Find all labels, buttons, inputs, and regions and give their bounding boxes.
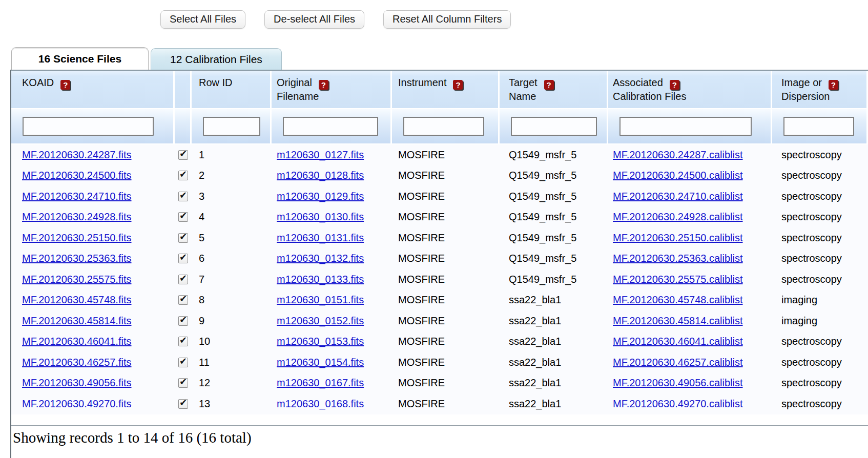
row-checkbox[interactable] bbox=[178, 150, 188, 160]
koaid-link[interactable]: MF.20120630.24928.fits bbox=[22, 211, 132, 223]
koaid-link[interactable]: MF.20120630.46041.fits bbox=[22, 336, 132, 347]
koaid-link[interactable]: MF.20120630.24500.fits bbox=[22, 170, 132, 181]
deselect-all-files-button[interactable]: De-select All Files bbox=[264, 10, 364, 29]
original-filename-link[interactable]: m120630_0128.fits bbox=[277, 170, 364, 181]
row-id-cell: 12 bbox=[192, 373, 272, 394]
select-all-files-button[interactable]: Select All Files bbox=[160, 10, 245, 29]
image-or-dispersion-cell: spectroscopy bbox=[772, 186, 868, 207]
original-filename-link[interactable]: m120630_0127.fits bbox=[277, 149, 364, 161]
koaid-cell: MF.20120630.45748.fits bbox=[11, 290, 175, 311]
koaid-link[interactable]: MF.20120630.24287.fits bbox=[22, 149, 132, 161]
caliblist-link[interactable]: MF.20120630.24500.caliblist bbox=[613, 170, 743, 181]
koaid-link[interactable]: MF.20120630.25575.fits bbox=[22, 274, 132, 285]
select-cell bbox=[175, 269, 192, 290]
caliblist-link[interactable]: MF.20120630.45748.caliblist bbox=[613, 294, 743, 306]
caliblist-link[interactable]: MF.20120630.24287.caliblist bbox=[613, 149, 743, 161]
original-filename-link[interactable]: m120630_0153.fits bbox=[277, 336, 364, 347]
target-name-cell: Q1549_msfr_5 bbox=[500, 186, 608, 207]
row-checkbox[interactable] bbox=[178, 337, 188, 346]
original-filename-link[interactable]: m120630_0130.fits bbox=[277, 211, 364, 223]
koaid-link[interactable]: MF.20120630.45814.fits bbox=[22, 315, 132, 327]
row-checkbox[interactable] bbox=[178, 295, 188, 305]
help-icon[interactable]: ? bbox=[60, 80, 70, 90]
row-checkbox[interactable] bbox=[178, 212, 188, 222]
row-id-filter-input[interactable] bbox=[203, 117, 260, 136]
caliblist-link[interactable]: MF.20120630.46041.caliblist bbox=[613, 336, 743, 347]
help-icon[interactable]: ? bbox=[670, 80, 679, 90]
table-header-row: KOAID?Row IDOriginal?FilenameInstrument?… bbox=[11, 71, 868, 109]
koaid-link[interactable]: MF.20120630.25363.fits bbox=[22, 253, 132, 264]
row-checkbox[interactable] bbox=[178, 358, 188, 367]
tab-science-files[interactable]: 16 Science Files bbox=[11, 47, 149, 70]
koaid-filter-input[interactable] bbox=[23, 117, 154, 136]
reset-column-filters-button[interactable]: Reset All Column Filters bbox=[383, 10, 511, 29]
help-icon[interactable]: ? bbox=[319, 80, 328, 90]
original-filename-link[interactable]: m120630_0131.fits bbox=[277, 232, 364, 244]
caliblist-link[interactable]: MF.20120630.25575.caliblist bbox=[613, 274, 743, 285]
caliblist-cell: MF.20120630.25363.caliblist bbox=[608, 248, 772, 269]
image-or-dispersion-cell: spectroscopy bbox=[772, 227, 868, 248]
image-dispersion-filter-input[interactable] bbox=[783, 117, 854, 136]
filter-cell-caliblist bbox=[608, 109, 772, 144]
file-tabs: 16 Science Files12 Calibration Files bbox=[0, 46, 868, 70]
target-name-filter-input[interactable] bbox=[511, 117, 597, 136]
row-id-cell: 4 bbox=[192, 207, 272, 228]
caliblist-link[interactable]: MF.20120630.45814.caliblist bbox=[613, 315, 743, 327]
table-row: MF.20120630.24500.fits2m120630_0128.fits… bbox=[11, 165, 868, 186]
help-icon[interactable]: ? bbox=[829, 80, 838, 90]
row-checkbox[interactable] bbox=[178, 171, 188, 180]
original-filename-link[interactable]: m120630_0129.fits bbox=[277, 191, 364, 202]
row-checkbox[interactable] bbox=[178, 233, 188, 243]
original-filename-link[interactable]: m120630_0152.fits bbox=[277, 315, 364, 327]
help-icon[interactable]: ? bbox=[544, 80, 554, 90]
target-name-cell: Q1549_msfr_5 bbox=[500, 144, 608, 165]
filter-cell-koaid bbox=[11, 109, 175, 144]
original-filename-link[interactable]: m120630_0168.fits bbox=[277, 398, 364, 410]
caliblist-link[interactable]: MF.20120630.49270.caliblist bbox=[613, 398, 743, 410]
koaid-link[interactable]: MF.20120630.49270.fits bbox=[22, 398, 132, 410]
row-checkbox[interactable] bbox=[178, 192, 188, 201]
row-id-cell: 1 bbox=[192, 144, 272, 165]
koaid-cell: MF.20120630.49056.fits bbox=[11, 373, 175, 394]
row-checkbox[interactable] bbox=[178, 316, 188, 326]
caliblist-link[interactable]: MF.20120630.46257.caliblist bbox=[613, 357, 743, 368]
koaid-cell: MF.20120630.24287.fits bbox=[11, 144, 175, 165]
row-checkbox[interactable] bbox=[178, 378, 188, 388]
original-filename-cell: m120630_0154.fits bbox=[272, 352, 392, 373]
original-filename-link[interactable]: m120630_0154.fits bbox=[277, 357, 364, 368]
help-icon[interactable]: ? bbox=[453, 80, 463, 90]
science-files-table: KOAID?Row IDOriginal?FilenameInstrument?… bbox=[10, 70, 868, 458]
original-filename-cell: m120630_0130.fits bbox=[272, 207, 392, 228]
instrument-filter-input[interactable] bbox=[403, 117, 484, 136]
instrument-cell: MOSFIRE bbox=[392, 373, 500, 394]
original-filename-filter-input[interactable] bbox=[283, 117, 378, 136]
caliblist-cell: MF.20120630.24710.caliblist bbox=[608, 186, 772, 207]
koaid-link[interactable]: MF.20120630.24710.fits bbox=[22, 191, 132, 202]
tab-calibration-files[interactable]: 12 Calibration Files bbox=[151, 48, 282, 70]
caliblist-link[interactable]: MF.20120630.49056.caliblist bbox=[613, 377, 743, 389]
caliblist-link[interactable]: MF.20120630.25363.caliblist bbox=[613, 253, 743, 264]
target-name-cell: Q1549_msfr_5 bbox=[500, 227, 608, 248]
caliblist-link[interactable]: MF.20120630.24928.caliblist bbox=[613, 211, 743, 223]
original-filename-link[interactable]: m120630_0132.fits bbox=[277, 253, 364, 264]
row-checkbox[interactable] bbox=[178, 399, 188, 409]
koaid-link[interactable]: MF.20120630.25150.fits bbox=[22, 232, 132, 244]
koaid-link[interactable]: MF.20120630.45748.fits bbox=[22, 294, 132, 306]
column-header-select bbox=[175, 71, 192, 109]
original-filename-link[interactable]: m120630_0133.fits bbox=[277, 274, 364, 285]
target-name-cell: Q1549_msfr_5 bbox=[500, 207, 608, 228]
row-checkbox[interactable] bbox=[178, 275, 188, 284]
original-filename-link[interactable]: m120630_0151.fits bbox=[277, 294, 364, 306]
instrument-cell: MOSFIRE bbox=[392, 248, 500, 269]
table-row: MF.20120630.25363.fits6m120630_0132.fits… bbox=[11, 248, 868, 269]
koaid-link[interactable]: MF.20120630.46257.fits bbox=[22, 357, 132, 368]
koaid-link[interactable]: MF.20120630.49056.fits bbox=[22, 377, 132, 389]
row-id-cell: 10 bbox=[192, 331, 272, 352]
caliblist-link[interactable]: MF.20120630.25150.caliblist bbox=[613, 232, 743, 244]
row-checkbox[interactable] bbox=[178, 254, 188, 263]
caliblist-link[interactable]: MF.20120630.24710.caliblist bbox=[613, 191, 743, 202]
original-filename-link[interactable]: m120630_0167.fits bbox=[277, 377, 364, 389]
table-row: MF.20120630.24928.fits4m120630_0130.fits… bbox=[11, 207, 868, 228]
table-body: MF.20120630.24287.fits1m120630_0127.fits… bbox=[11, 144, 868, 425]
calibration-files-filter-input[interactable] bbox=[619, 117, 752, 136]
